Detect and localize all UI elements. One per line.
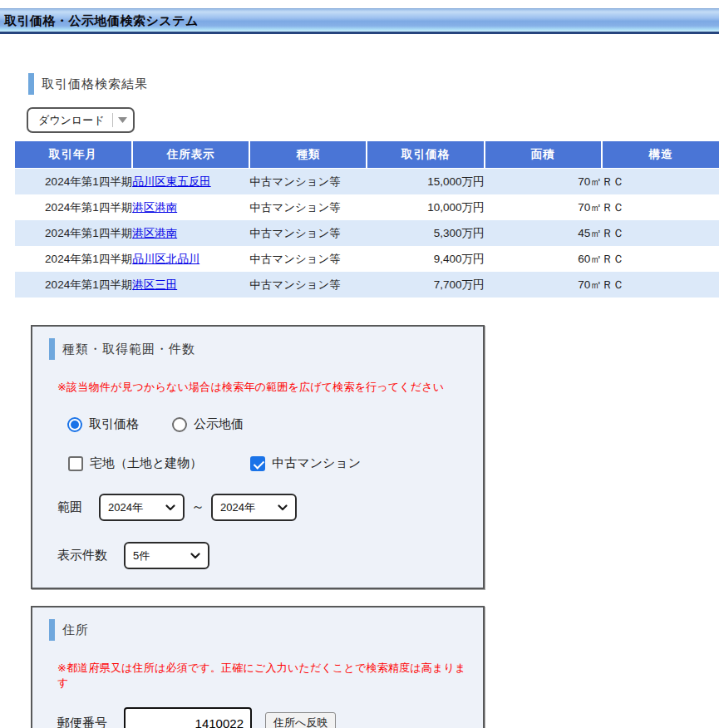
year-from-select[interactable]: 2024年 [99,494,185,521]
column-header-period: 取引年月 [15,141,132,169]
table-cell: 中古マンション等 [249,272,367,298]
display-count-label: 表示件数 [57,548,107,563]
radio-label: 取引価格 [89,416,139,432]
table-cell: 中古マンション等 [249,246,367,272]
criteria-note: ※該当物件が見つからない場合は検索年の範囲を広げて検索を行ってください [57,380,466,395]
table-cell: 45㎡ [485,220,602,246]
table-row: 2024年第1四半期品川区東五反田中古マンション等15,000万円70㎡ＲＣ [15,169,719,195]
table-cell: 2024年第1四半期 [15,272,132,298]
table-cell: ＲＣ [602,272,719,298]
table-cell: 品川区北品川 [132,246,249,272]
table-cell: 7,700万円 [367,272,484,298]
table-cell: 港区三田 [132,272,249,298]
price-type-radio-group: 取引価格 公示地価 [67,416,466,432]
table-cell: 2024年第1四半期 [15,194,132,220]
address-heading: 住所 [49,619,466,641]
address-link[interactable]: 港区港南 [132,201,177,214]
table-cell: 70㎡ [485,272,602,298]
heading-accent-bar [49,619,55,641]
table-cell: 2024年第1四半期 [15,169,132,195]
table-row: 2024年第1四半期港区港南中古マンション等10,000万円70㎡ＲＣ [15,194,719,220]
heading-accent-bar [49,338,55,360]
table-row: 2024年第1四半期品川区北品川中古マンション等9,400万円60㎡ＲＣ [15,246,719,272]
table-cell: ＲＣ [602,246,719,272]
year-to-value: 2024年 [220,500,255,515]
column-header-structure: 構造 [602,141,719,169]
radio-icon[interactable] [172,417,187,432]
address-link[interactable]: 港区三田 [132,278,177,291]
address-link[interactable]: 港区港南 [132,227,177,239]
table-cell: 10,000万円 [367,194,484,220]
table-cell: ＲＣ [602,169,719,195]
table-cell: 2024年第1四半期 [15,220,132,246]
table-cell: ＲＣ [602,194,719,220]
download-button-label: ダウンロード [28,113,112,128]
table-cell: 中古マンション等 [249,220,367,246]
display-count-select[interactable]: 5件 [124,542,209,569]
results-table: 取引年月 住所表示 種類 取引価格 面積 構造 2024年第1四半期品川区東五反… [15,141,719,298]
checkbox-label: 宅地（土地と建物） [90,455,202,471]
table-cell: 70㎡ [485,169,602,195]
chevron-down-icon [190,553,200,559]
results-section-heading: 取引価格検索結果 [28,73,719,95]
criteria-section: 種類・取得範囲・件数 ※該当物件が見つからない場合は検索年の範囲を広げて検索を行… [31,325,485,589]
table-cell: 70㎡ [485,194,602,220]
table-cell: 中古マンション等 [249,169,367,195]
table-cell: 港区港南 [132,220,249,246]
table-cell: 中古マンション等 [249,194,367,220]
checkbox-icon[interactable] [68,456,83,471]
radio-label: 公示地価 [194,416,244,432]
triangle-down-icon [118,117,127,123]
app-title-bar: 取引価格・公示地価検索システム [0,8,719,34]
criteria-heading-text: 種類・取得範囲・件数 [62,342,195,357]
table-cell: 9,400万円 [367,246,484,272]
column-header-area: 面積 [485,141,602,169]
column-header-address: 住所表示 [132,141,249,169]
checkbox-label: 中古マンション [272,455,361,471]
address-heading-text: 住所 [62,622,89,638]
range-label: 範囲 [57,499,82,515]
postal-code-input[interactable] [124,707,252,728]
year-range-row: 範囲 2024年 ～ 2024年 [57,494,466,521]
table-row: 2024年第1四半期港区三田中古マンション等7,700万円70㎡ＲＣ [15,272,719,298]
year-to-select[interactable]: 2024年 [211,494,297,521]
results-heading-text: 取引価格検索結果 [42,76,148,92]
reflect-to-address-button[interactable]: 住所へ反映 [265,712,336,728]
table-cell: ＲＣ [602,220,719,246]
heading-accent-bar [28,73,34,95]
chevron-down-icon [165,504,175,511]
address-section: 住所 ※都道府県又は住所は必須です。正確にご入力いただくことで検索精度は高まりま… [31,606,485,728]
download-button[interactable]: ダウンロード [27,107,135,133]
table-cell: 港区港南 [132,194,249,220]
property-type-checkbox-group: 宅地（土地と建物） 中古マンション [68,455,466,471]
table-row: 2024年第1四半期港区港南中古マンション等5,300万円45㎡ＲＣ [15,220,719,246]
column-header-price: 取引価格 [367,141,484,169]
year-from-value: 2024年 [108,500,143,515]
table-cell: 15,000万円 [367,169,484,195]
postal-code-row: 郵便番号 住所へ反映 [57,707,466,728]
address-link[interactable]: 品川区東五反田 [132,175,211,188]
radio-icon[interactable] [67,417,82,432]
results-table-body: 2024年第1四半期品川区東五反田中古マンション等15,000万円70㎡ＲＣ20… [15,169,719,298]
table-cell: 5,300万円 [367,220,484,246]
table-cell: 60㎡ [485,246,602,272]
display-count-value: 5件 [133,548,150,563]
checkbox-residential-land[interactable]: 宅地（土地と建物） [68,455,202,471]
postal-code-label: 郵便番号 [57,716,107,728]
address-link[interactable]: 品川区北品川 [132,253,199,265]
checkbox-used-condo[interactable]: 中古マンション [250,455,361,471]
download-dropdown-arrow[interactable] [113,117,133,123]
table-cell: 2024年第1四半期 [15,246,132,272]
radio-transaction-price[interactable]: 取引価格 [67,416,139,432]
table-cell: 品川区東五反田 [132,169,249,195]
radio-posted-land-price[interactable]: 公示地価 [172,416,244,432]
checkbox-icon[interactable] [250,456,265,471]
table-header-row: 取引年月 住所表示 種類 取引価格 面積 構造 [15,141,719,169]
chevron-down-icon [278,504,288,511]
criteria-heading: 種類・取得範囲・件数 [49,338,466,360]
app-title: 取引価格・公示地価検索システム [4,13,199,27]
range-separator: ～ [191,499,204,516]
column-header-type: 種類 [249,141,367,169]
display-count-row: 表示件数 5件 [57,542,466,569]
address-note: ※都道府県又は住所は必須です。正確にご入力いただくことで検索精度は高まります [57,661,466,691]
